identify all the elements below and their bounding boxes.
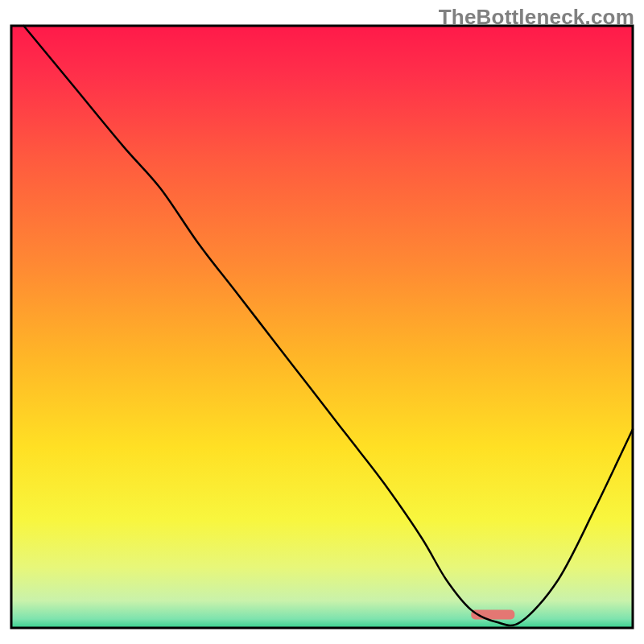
bottleneck-curve-chart (0, 0, 644, 644)
chart-frame: TheBottleneck.com (0, 0, 644, 644)
watermark-text: TheBottleneck.com (439, 5, 634, 30)
plot-background (11, 26, 633, 628)
